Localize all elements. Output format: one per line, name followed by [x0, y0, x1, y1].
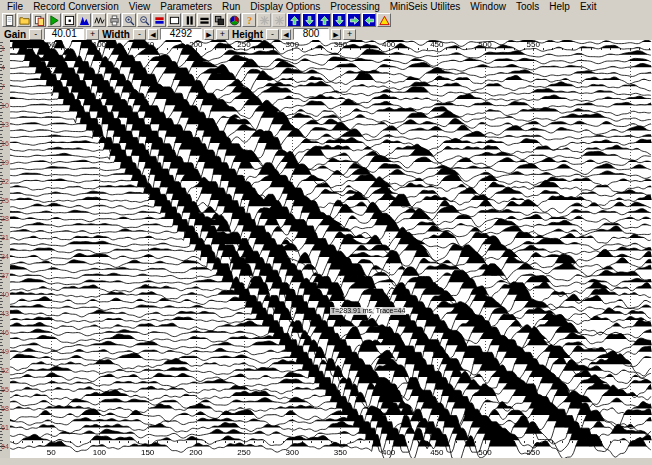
- vertical-bars-icon: [184, 15, 195, 26]
- arrow-up-icon: [289, 15, 300, 26]
- arrow-left-icon: [364, 15, 375, 26]
- zoom-out-button[interactable]: [137, 13, 151, 27]
- peak-icon: [79, 15, 90, 26]
- next-record-button[interactable]: [347, 13, 361, 27]
- copy-record-button[interactable]: [32, 13, 46, 27]
- red-blue-bars-icon: [154, 15, 165, 26]
- menu-item-run[interactable]: Run: [217, 0, 245, 13]
- zoom-out-icon: [139, 15, 150, 26]
- height-decrease-button[interactable]: -: [266, 29, 279, 40]
- width-label: Width: [102, 29, 130, 40]
- height-label: Height: [232, 29, 263, 40]
- arrow-right-icon: [349, 15, 360, 26]
- disabled-tool-1-button[interactable]: [257, 13, 271, 27]
- height-value[interactable]: 800: [293, 28, 329, 40]
- width-scroll-left-button[interactable]: ◀: [148, 29, 158, 40]
- horizontal-bars-icon: [199, 15, 210, 26]
- play-icon: [49, 15, 60, 26]
- new-file-button[interactable]: [2, 13, 16, 27]
- open-folder-icon: [19, 15, 30, 26]
- disabled-tool-2-button[interactable]: [272, 13, 286, 27]
- menu-item-record-conversion[interactable]: Record Conversion: [28, 0, 124, 13]
- pause-display-button[interactable]: [182, 13, 196, 27]
- stacked-view-button[interactable]: [197, 13, 211, 27]
- width-increase-button[interactable]: +: [216, 29, 229, 40]
- plot-area: T=283.91 ms, Trace=44: [0, 40, 652, 458]
- gain-increase-button[interactable]: +: [86, 29, 99, 40]
- trace-up-button[interactable]: [287, 13, 301, 27]
- printer-icon: [109, 15, 120, 26]
- menu-bar: FileRecord ConversionViewParametersRunDi…: [0, 0, 652, 13]
- new-document-icon: [4, 15, 15, 26]
- alert-button[interactable]: [377, 13, 391, 27]
- record-section-button[interactable]: [62, 13, 76, 27]
- wiggle-icon: [94, 15, 105, 26]
- disabled-glyph-icon: [274, 15, 285, 26]
- app-window: FileRecord ConversionViewParametersRunDi…: [0, 0, 652, 465]
- wiggle-trace-button[interactable]: [92, 13, 106, 27]
- print-button[interactable]: [107, 13, 121, 27]
- display-controls: Gain - 40.01 + Width - ◀ 4292 ▶ + Height…: [0, 28, 652, 40]
- open-file-button[interactable]: [17, 13, 31, 27]
- gain-decrease-button[interactable]: -: [29, 29, 42, 40]
- menu-item-parameters[interactable]: Parameters: [155, 0, 217, 13]
- zoom-in-button[interactable]: [122, 13, 136, 27]
- arrow-up-icon: [319, 15, 330, 26]
- gain-label: Gain: [4, 29, 26, 40]
- overlay-windows-button[interactable]: [212, 13, 226, 27]
- width-decrease-button[interactable]: -: [133, 29, 146, 40]
- menu-item-exit[interactable]: Exit: [575, 0, 602, 13]
- dual-polarity-button[interactable]: [152, 13, 166, 27]
- page-down-button[interactable]: [332, 13, 346, 27]
- menu-item-display-options[interactable]: Display Options: [245, 0, 325, 13]
- bottom-strip: [0, 458, 652, 465]
- menu-item-help[interactable]: Help: [544, 0, 575, 13]
- color-display-button[interactable]: [227, 13, 241, 27]
- menu-item-tools[interactable]: Tools: [511, 0, 544, 13]
- menu-item-file[interactable]: File: [2, 0, 28, 13]
- window-outline-button[interactable]: [167, 13, 181, 27]
- gain-value[interactable]: 40.01: [44, 28, 84, 40]
- menu-item-window[interactable]: Window: [465, 0, 511, 13]
- zoom-in-icon: [124, 15, 135, 26]
- arrow-down-icon: [304, 15, 315, 26]
- copy-pages-icon: [34, 15, 45, 26]
- amplitude-peak-button[interactable]: [77, 13, 91, 27]
- cursor-readout: T=283.91 ms, Trace=44: [330, 307, 406, 315]
- prev-record-button[interactable]: [362, 13, 376, 27]
- page-up-button[interactable]: [317, 13, 331, 27]
- disabled-glyph-icon: [259, 15, 270, 26]
- overlap-squares-icon: [214, 15, 225, 26]
- height-scroll-left-button[interactable]: ◀: [281, 29, 291, 40]
- width-scroll-right-button[interactable]: ▶: [204, 29, 214, 40]
- height-increase-button[interactable]: +: [343, 29, 356, 40]
- toolbar: ?: [0, 13, 652, 28]
- rectangle-icon: [169, 15, 180, 26]
- help-button[interactable]: ?: [242, 13, 256, 27]
- square-dot-icon: [64, 15, 75, 26]
- question-mark-icon: ?: [244, 15, 255, 26]
- color-globe-icon: [229, 15, 240, 26]
- trace-down-button[interactable]: [302, 13, 316, 27]
- menu-item-view[interactable]: View: [124, 0, 156, 13]
- width-value[interactable]: 4292: [160, 28, 202, 40]
- arrow-down-icon: [334, 15, 345, 26]
- menu-item-processing[interactable]: Processing: [325, 0, 384, 13]
- warning-triangle-icon: [379, 15, 390, 26]
- height-scroll-right-button[interactable]: ▶: [331, 29, 341, 40]
- svg-text:?: ?: [246, 15, 251, 26]
- seismic-record-plot[interactable]: [0, 40, 652, 458]
- menu-item-miniseis-utilites[interactable]: MiniSeis Utilites: [385, 0, 466, 13]
- run-button[interactable]: [47, 13, 61, 27]
